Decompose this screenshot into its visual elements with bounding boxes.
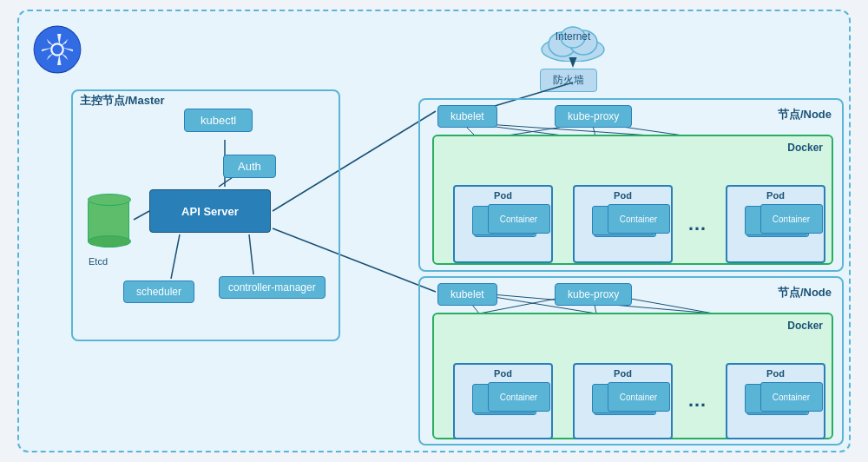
controller-label: controller-manager: [228, 281, 316, 294]
scheduler-label: scheduler: [136, 286, 181, 298]
node2-kube-proxy: kube-proxy: [555, 283, 632, 306]
internet-cloud: Internet: [538, 18, 608, 65]
kubectl-box: kubectl: [184, 109, 253, 132]
node1-pod1-container: Container: [488, 204, 550, 234]
node2-kubelet: kubelet: [437, 283, 497, 306]
node1-docker-label: Docker: [787, 142, 823, 154]
node1-pod2: Pod Container: [573, 185, 673, 263]
node-2-label: 节点/Node: [778, 285, 832, 300]
internet-label: Internet: [538, 30, 608, 43]
node2-pod2: Pod Container: [573, 363, 673, 439]
node2-pod3-container: Container: [760, 382, 823, 412]
auth-label: Auth: [238, 160, 261, 173]
node2-pod1-label: Pod: [494, 368, 512, 379]
node1-docker-box: Docker Pod Container Pod: [432, 135, 833, 265]
apiserver-label: API Server: [181, 205, 239, 218]
diagram-wrapper: Internet 防火墙: [17, 10, 851, 452]
controller-box: controller-manager: [219, 276, 326, 299]
node2-pod3: Pod Container: [726, 363, 825, 439]
node2-pod1: Pod Container: [453, 363, 553, 439]
node-1-box: 节点/Node kubelet kube-proxy Docker Pod Co…: [418, 98, 844, 272]
node1-pod2-label: Pod: [614, 190, 632, 201]
node2-pod2-container: Container: [608, 382, 670, 412]
k8s-logo: [33, 25, 82, 74]
node1-pod3-container: Container: [760, 204, 823, 234]
node2-pod3-label: Pod: [766, 368, 785, 379]
node1-pod3-label: Pod: [766, 190, 785, 201]
etcd-box: [87, 198, 130, 250]
node1-kubelet: kubelet: [437, 105, 497, 128]
node-1-label: 节点/Node: [778, 107, 832, 122]
firewall-box: 防火墙: [540, 69, 597, 92]
node2-pod1-container: Container: [488, 382, 550, 412]
node1-dots: …: [687, 213, 707, 235]
master-label: 主控节点/Master: [80, 93, 165, 109]
svg-point-10: [52, 44, 62, 54]
node1-pod1-label: Pod: [494, 190, 512, 201]
node-2-box: 节点/Node kubelet kube-proxy Docker Pod Co…: [418, 276, 844, 446]
node2-dots: …: [687, 389, 707, 412]
node1-kube-proxy: kube-proxy: [555, 105, 632, 128]
apiserver-box: API Server: [149, 189, 271, 233]
node1-pod3: Pod Container: [726, 185, 825, 263]
node2-docker-box: Docker Pod Container Pod: [432, 313, 833, 439]
node2-docker-label: Docker: [787, 320, 823, 332]
node1-pod2-container: Container: [608, 204, 670, 234]
firewall-label: 防火墙: [553, 74, 584, 86]
node1-pod1: Pod Container: [453, 185, 553, 263]
etcd-label: Etcd: [89, 256, 108, 267]
auth-box: Auth: [223, 155, 276, 178]
scheduler-box: scheduler: [123, 280, 194, 303]
kubectl-label: kubectl: [201, 114, 236, 127]
etcd-cylinder: [88, 198, 129, 243]
node2-pod2-label: Pod: [614, 368, 632, 379]
